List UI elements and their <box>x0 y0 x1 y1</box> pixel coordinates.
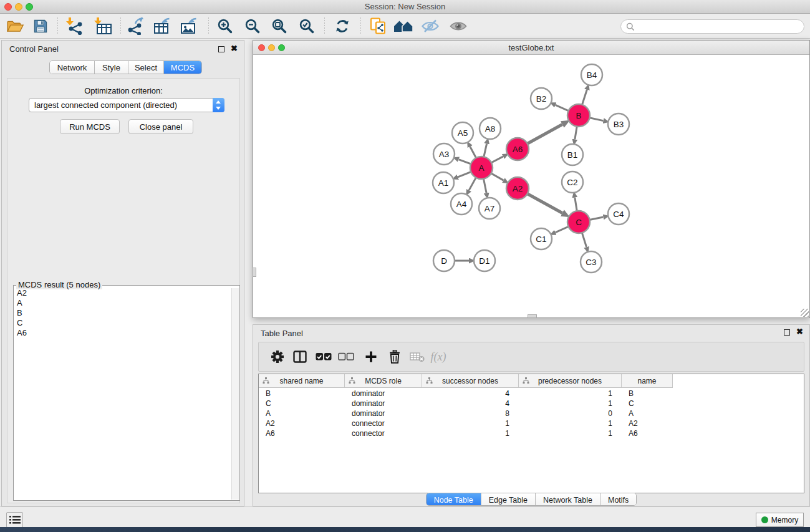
cell[interactable]: 0 <box>519 409 622 418</box>
tab-style[interactable]: Style <box>95 61 128 74</box>
cell[interactable]: 1 <box>519 389 622 399</box>
cell[interactable]: 8 <box>422 409 519 418</box>
cell[interactable]: A2 <box>259 418 345 428</box>
graph-node-label-C1: C1 <box>536 235 546 244</box>
column-header-MCDS-role[interactable]: MCDS role <box>345 374 422 388</box>
window-title: Session: New Session <box>0 2 810 11</box>
column-header-name[interactable]: name <box>622 374 673 388</box>
main-toolbar <box>0 14 810 39</box>
optimization-criterion-dropdown[interactable]: largest connected component (directed) <box>29 98 224 112</box>
cell[interactable]: C <box>259 399 345 409</box>
close-panel-icon[interactable]: ✖ <box>231 44 238 53</box>
mcds-result-item[interactable]: B <box>14 308 231 318</box>
import-table-icon[interactable] <box>93 17 113 36</box>
new-network-from-selection-icon[interactable] <box>369 17 388 36</box>
hide-selected-icon[interactable] <box>420 17 440 36</box>
table-row-C[interactable]: Cdominator41C <box>259 399 673 409</box>
mcds-result-item[interactable]: A <box>14 298 231 308</box>
cell[interactable]: 1 <box>422 428 519 438</box>
settings-gear-icon[interactable] <box>268 342 287 371</box>
search-field[interactable] <box>620 19 804 34</box>
add-column-icon[interactable] <box>361 342 381 371</box>
tab-motifs[interactable]: Motifs <box>600 493 636 506</box>
delete-column-trash-icon[interactable] <box>385 342 405 371</box>
tab-network-table[interactable]: Network Table <box>536 493 600 506</box>
run-mcds-button[interactable]: Run MCDS <box>60 119 120 134</box>
cell[interactable]: 4 <box>422 399 519 409</box>
graph-node-label-B4: B4 <box>587 70 597 80</box>
control-panel: Control Panel ✖ NetworkStyleSelectMCDS O… <box>1 40 244 506</box>
cell[interactable]: connector <box>345 418 422 428</box>
cell[interactable]: dominator <box>345 389 422 399</box>
app-title-bar[interactable]: Session: New Session <box>0 0 810 14</box>
refresh-network-icon[interactable] <box>332 17 352 36</box>
tab-network[interactable]: Network <box>50 61 95 74</box>
result-scrollbar[interactable] <box>231 288 239 500</box>
graph-node-label-B3: B3 <box>614 120 624 129</box>
dropdown-stepper-icon[interactable] <box>213 98 224 112</box>
cell[interactable]: 1 <box>519 399 622 409</box>
cell[interactable]: A <box>622 409 673 418</box>
show-all-icon[interactable] <box>448 17 468 36</box>
column-header-predecessor-nodes[interactable]: predecessor nodes <box>519 374 622 388</box>
network-canvas[interactable]: B4B2BB3A8A5A6A3B1AA1C2A2A4A7C4CC1C3DD1 <box>253 55 809 317</box>
cell[interactable]: 1 <box>519 418 622 428</box>
first-neighbors-icon[interactable] <box>393 17 413 36</box>
network-window-title-bar[interactable]: testGlobe.txt <box>253 41 809 55</box>
left-panel-grip[interactable] <box>253 268 256 277</box>
search-input[interactable] <box>635 22 804 31</box>
cell[interactable]: C <box>622 399 673 409</box>
cell[interactable]: connector <box>345 428 422 438</box>
cell[interactable]: A2 <box>622 418 673 428</box>
mcds-result-item[interactable]: C <box>14 318 231 328</box>
zoom-out-icon[interactable] <box>243 17 263 36</box>
float-panel-icon[interactable] <box>218 46 224 52</box>
mcds-result-item[interactable]: A2 <box>14 288 231 298</box>
tab-edge-table[interactable]: Edge Table <box>481 493 536 506</box>
deselect-all-icon[interactable] <box>336 342 356 371</box>
mcds-result-item[interactable]: A6 <box>14 328 231 338</box>
cell[interactable]: dominator <box>345 409 422 418</box>
function-builder-icon[interactable]: f(x) <box>428 342 448 371</box>
zoom-in-icon[interactable] <box>215 17 235 36</box>
select-all-icon[interactable] <box>314 342 334 371</box>
show-columns-icon[interactable] <box>290 342 310 371</box>
table-row-A2[interactable]: A2connector11A2 <box>259 418 673 428</box>
delete-table-icon[interactable] <box>407 342 427 371</box>
tab-select[interactable]: Select <box>128 61 164 74</box>
cell[interactable]: dominator <box>345 399 422 409</box>
float-table-panel-icon[interactable] <box>784 329 790 336</box>
toolbar-separator <box>120 17 121 35</box>
cell[interactable]: B <box>259 389 345 399</box>
column-header-shared-name[interactable]: shared name <box>259 374 345 388</box>
cell[interactable]: A6 <box>622 428 673 438</box>
import-network-icon[interactable] <box>64 17 84 36</box>
memory-button[interactable]: Memory <box>756 513 804 527</box>
close-panel-button[interactable]: Close panel <box>128 119 193 134</box>
table-row-A[interactable]: Adominator80A <box>259 409 673 418</box>
table-row-B[interactable]: Bdominator41B <box>259 389 673 399</box>
column-header-successor-nodes[interactable]: successor nodes <box>422 374 519 388</box>
graph-node-label-A2: A2 <box>513 184 523 193</box>
save-session-icon[interactable] <box>31 17 51 36</box>
export-network-icon[interactable] <box>126 17 146 36</box>
tab-node-table[interactable]: Node Table <box>427 493 481 506</box>
task-history-button[interactable] <box>6 512 23 528</box>
cell[interactable]: A <box>259 409 345 418</box>
zoom-selected-icon[interactable] <box>297 17 317 36</box>
cell[interactable]: B <box>622 389 673 399</box>
table-row-A6[interactable]: A6connector11A6 <box>259 428 673 438</box>
window-resize-grip[interactable] <box>801 309 809 317</box>
cell[interactable]: 1 <box>422 418 519 428</box>
export-table-icon[interactable] <box>153 17 173 36</box>
zoom-fit-icon[interactable] <box>269 17 289 36</box>
export-image-icon[interactable] <box>180 17 200 36</box>
table-panel: Table Panel ✖ <box>253 324 810 506</box>
bottom-panel-grip[interactable] <box>528 314 537 318</box>
cell[interactable]: 1 <box>519 428 622 438</box>
open-session-icon[interactable] <box>5 17 25 36</box>
cell[interactable]: 4 <box>422 389 519 399</box>
close-table-panel-icon[interactable]: ✖ <box>796 327 803 336</box>
tab-mcds[interactable]: MCDS <box>164 61 201 74</box>
cell[interactable]: A6 <box>259 428 345 438</box>
